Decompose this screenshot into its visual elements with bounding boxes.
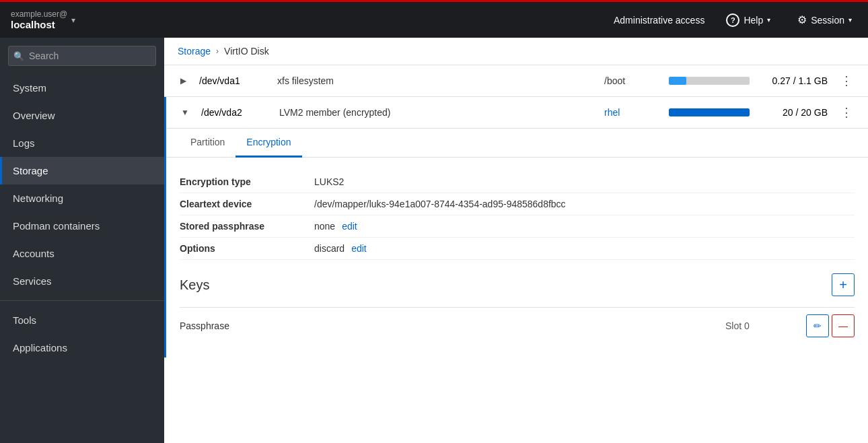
breadcrumb-separator: › xyxy=(216,46,219,56)
disk-vda2-bar-container xyxy=(669,108,750,116)
sidebar-item-overview[interactable]: Overview xyxy=(0,102,164,129)
disk-content: ▶ /dev/vda1 xfs filesystem /boot 0.27 / … xyxy=(164,65,868,443)
prop-options: Options discard edit xyxy=(180,238,855,260)
disk-vda1-toggle[interactable]: ▶ xyxy=(178,76,188,86)
key-edit-button[interactable]: ✏ xyxy=(806,314,829,337)
disk-vda2-toggle[interactable]: ▼ xyxy=(180,108,190,117)
keys-header: Keys + xyxy=(180,273,855,296)
topbar-email: example.user@ xyxy=(11,9,67,19)
breadcrumb-storage-link[interactable]: Storage xyxy=(178,46,211,57)
topbar-hostname: localhost xyxy=(11,19,67,30)
sidebar-item-tools[interactable]: Tools xyxy=(0,306,164,334)
key-edit-icon: ✏ xyxy=(813,320,822,331)
topbar-user: example.user@ localhost xyxy=(11,9,67,30)
session-gear-icon: ⚙ xyxy=(797,13,807,26)
encryption-type-value: LUKS2 xyxy=(314,176,344,187)
help-label: Help xyxy=(744,15,763,26)
search-icon: 🔍 xyxy=(13,51,24,61)
key-delete-icon: — xyxy=(838,320,848,331)
key-actions: ✏ — xyxy=(806,314,855,337)
key-row-passphrase: Passphrase Slot 0 ✏ — xyxy=(180,307,855,344)
disk-row-vda2: ▼ /dev/vda2 LVM2 member (encrypted) rhel… xyxy=(166,97,868,129)
key-delete-button[interactable]: — xyxy=(832,314,855,337)
prop-stored-passphrase: Stored passphrase none edit xyxy=(180,215,855,238)
sidebar-divider xyxy=(0,300,164,301)
topbar-hostname-chevron[interactable]: ▾ xyxy=(71,15,75,25)
sidebar-item-system[interactable]: System xyxy=(0,74,164,102)
sidebar-item-podman[interactable]: Podman containers xyxy=(0,212,164,240)
sidebar-item-applications[interactable]: Applications xyxy=(0,334,164,362)
options-edit-link[interactable]: edit xyxy=(351,243,367,254)
prop-encryption-type: Encryption type LUKS2 xyxy=(180,171,855,193)
search-input[interactable] xyxy=(8,46,156,66)
sidebar-item-storage[interactable]: Storage xyxy=(0,157,164,184)
sidebar-item-services[interactable]: Services xyxy=(0,267,164,295)
disk-vda1-mount: /boot xyxy=(604,75,658,86)
help-icon: ? xyxy=(726,13,739,27)
passphrase-label: Stored passphrase xyxy=(180,221,314,232)
disk-vda1-bar-fill xyxy=(669,77,686,85)
breadcrumb: Storage › VirtIO Disk xyxy=(164,38,868,65)
topbar: example.user@ localhost ▾ Administrative… xyxy=(0,0,868,38)
disk-vda1-bar-bg xyxy=(669,77,750,85)
encryption-properties: Encryption type LUKS2 Cleartext device /… xyxy=(166,158,868,260)
breadcrumb-current: VirtIO Disk xyxy=(224,46,269,57)
keys-add-button[interactable]: + xyxy=(832,273,855,296)
tab-partition[interactable]: Partition xyxy=(180,129,236,158)
search-wrapper: 🔍 xyxy=(8,46,156,66)
passphrase-value: none edit xyxy=(314,221,357,232)
cleartext-value: /dev/mapper/luks-94e1a007-8744-4354-ad95… xyxy=(314,199,566,209)
layout: 🔍 System Overview Logs Storage Networkin… xyxy=(0,38,868,443)
disk-vda1-size: 0.27 / 1.1 GB xyxy=(760,75,828,86)
options-value: discard edit xyxy=(314,243,367,254)
disk-vda2-device: /dev/vda2 xyxy=(201,107,268,118)
sidebar-search-container: 🔍 xyxy=(0,38,164,74)
session-label: Session xyxy=(811,15,844,26)
key-slot: Slot 0 xyxy=(725,320,806,331)
encryption-type-label: Encryption type xyxy=(180,176,314,187)
sidebar-item-logs[interactable]: Logs xyxy=(0,129,164,157)
disk-vda2-type: LVM2 member (encrypted) xyxy=(279,107,593,118)
disk-row-vda1: ▶ /dev/vda1 xfs filesystem /boot 0.27 / … xyxy=(164,65,868,97)
sidebar-item-networking[interactable]: Networking xyxy=(0,184,164,212)
disk-vda2-bar-bg xyxy=(669,108,750,116)
admin-access-label: Administrative access xyxy=(614,15,704,26)
disk-vda1-device: /dev/vda1 xyxy=(199,75,266,86)
disk-vda1-bar-container xyxy=(669,77,750,85)
topbar-right: Administrative access ? Help ▾ ⚙ Session… xyxy=(614,11,857,30)
keys-title: Keys xyxy=(180,277,209,293)
options-label: Options xyxy=(180,243,314,254)
key-name: Passphrase xyxy=(180,320,725,331)
disk-vda2-mount[interactable]: rhel xyxy=(604,107,658,118)
sidebar: 🔍 System Overview Logs Storage Networkin… xyxy=(0,38,164,443)
help-button[interactable]: ? Help ▾ xyxy=(721,11,776,30)
main-content: Storage › VirtIO Disk ▶ /dev/vda1 xfs fi… xyxy=(164,38,868,443)
prop-cleartext-device: Cleartext device /dev/mapper/luks-94e1a0… xyxy=(180,193,855,215)
keys-section: Keys + Passphrase Slot 0 ✏ — xyxy=(166,260,868,357)
tab-encryption[interactable]: Encryption xyxy=(236,129,301,158)
disk-vda2-tabs: Partition Encryption xyxy=(166,129,868,158)
passphrase-edit-link[interactable]: edit xyxy=(342,221,357,232)
topbar-left: example.user@ localhost ▾ xyxy=(11,9,175,30)
cleartext-label: Cleartext device xyxy=(180,199,314,209)
disk-vda2-bar-fill xyxy=(669,108,750,116)
disk-vda1-type: xfs filesystem xyxy=(277,75,593,86)
disk-vda2-menu[interactable]: ⋮ xyxy=(838,105,855,120)
sidebar-nav: System Overview Logs Storage Networking … xyxy=(0,74,164,443)
session-button[interactable]: ⚙ Session ▾ xyxy=(792,11,857,29)
disk-vda2-size: 20 / 20 GB xyxy=(760,107,828,118)
disk-vda1-menu[interactable]: ⋮ xyxy=(838,73,855,88)
help-chevron-icon: ▾ xyxy=(767,16,770,24)
session-chevron-icon: ▾ xyxy=(848,16,852,24)
sidebar-item-accounts[interactable]: Accounts xyxy=(0,240,164,267)
disk-vda2-expanded-container: ▼ /dev/vda2 LVM2 member (encrypted) rhel… xyxy=(164,97,868,357)
